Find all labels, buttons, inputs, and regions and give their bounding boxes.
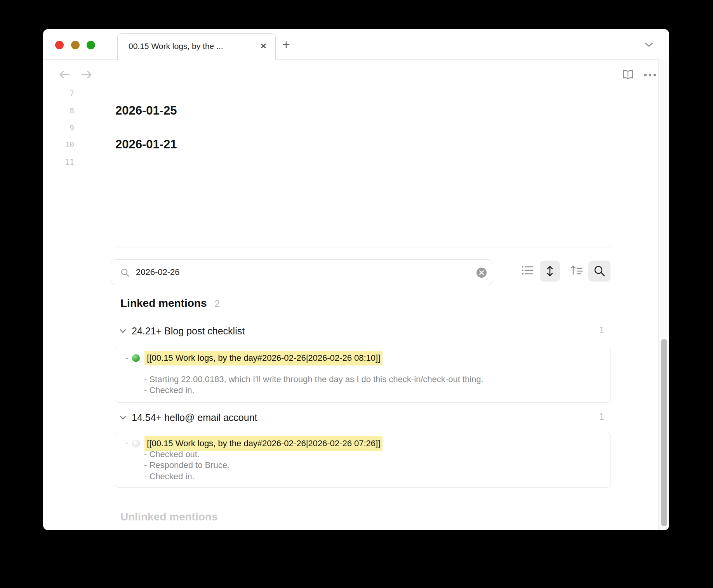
section-blog-post-checklist[interactable]: 24.21+ Blog post checklist <box>120 324 245 337</box>
result-context-line: - Checked in. <box>144 384 195 397</box>
result-context-line: - Responded to Bruce. <box>144 459 230 471</box>
scrollbar-track[interactable] <box>658 59 669 530</box>
back-arrow-icon[interactable] <box>59 70 70 79</box>
tab-title: 00.15 Work logs, by the ... <box>129 34 223 59</box>
scrollbar-thumb[interactable] <box>661 339 667 526</box>
minimize-window-button[interactable] <box>71 41 80 49</box>
white-circle-icon <box>132 440 140 447</box>
line-number: 10 <box>47 139 74 150</box>
search-result-card[interactable]: - [[00.15 Work logs, by the day#2026-02-… <box>115 346 611 403</box>
bullet-dash: - <box>125 352 128 364</box>
linked-mentions-count: 2 <box>214 298 219 309</box>
matched-link[interactable]: [[00.15 Work logs, by the day#2026-02-26… <box>144 351 383 365</box>
backlinks-search-box <box>111 259 493 285</box>
app-window: 00.15 Work logs, by the ... ✕ + 7 8 9 10… <box>43 29 669 530</box>
section-result-count: 1 <box>599 325 604 336</box>
section-hello-email-account[interactable]: 14.54+ hello@ email account <box>120 411 257 424</box>
collapse-chevron-icon[interactable] <box>120 329 126 334</box>
collapse-chevron-icon[interactable] <box>120 415 126 420</box>
result-context-line: - Starting 22.00.0183, which I'll write … <box>144 373 483 386</box>
green-circle-icon <box>132 354 140 362</box>
tab-bar: 00.15 Work logs, by the ... ✕ + <box>43 29 669 60</box>
more-options-icon[interactable] <box>643 73 657 77</box>
tab-close-icon[interactable]: ✕ <box>260 34 267 59</box>
zoom-window-button[interactable] <box>87 41 95 49</box>
clear-search-icon[interactable] <box>476 268 487 278</box>
tab-work-logs[interactable]: 00.15 Work logs, by the ... ✕ <box>117 33 276 60</box>
search-toggle-icon <box>593 265 606 277</box>
sort-ascending-icon[interactable] <box>570 263 583 277</box>
forward-arrow-icon[interactable] <box>81 70 92 79</box>
tab-list-chevron-down-icon[interactable] <box>644 42 654 48</box>
linked-mentions-title: Linked mentions <box>120 297 207 310</box>
line-number: 7 <box>47 88 74 99</box>
pane-divider <box>115 247 612 247</box>
section-result-count: 1 <box>599 412 604 422</box>
linked-mentions-header[interactable]: Linked mentions 2 <box>120 297 220 310</box>
search-result-card[interactable]: - [[00.15 Work logs, by the day#2026-02-… <box>115 432 611 488</box>
section-title: 14.54+ hello@ email account <box>132 412 257 423</box>
matched-line: - [[00.15 Work logs, by the day#2026-02-… <box>125 351 383 365</box>
line-number: 11 <box>47 157 74 167</box>
bullet-dash: - <box>125 437 128 450</box>
up-down-arrow-icon <box>544 264 556 278</box>
editor-heading-2026-01-21[interactable]: 2026-01-21 <box>115 136 177 153</box>
result-context-line: - Checked in. <box>144 470 195 483</box>
editor-heading-2026-01-25[interactable]: 2026-01-25 <box>115 103 177 119</box>
close-window-button[interactable] <box>55 41 64 49</box>
reading-mode-book-icon[interactable] <box>622 69 634 80</box>
sort-order-toggle-button[interactable] <box>540 261 560 282</box>
section-title: 24.21+ Blog post checklist <box>132 325 245 337</box>
backlinks-search-input[interactable] <box>111 260 493 285</box>
new-tab-button[interactable]: + <box>282 35 290 54</box>
show-search-filter-button[interactable] <box>588 261 610 282</box>
bulleted-list-icon[interactable] <box>521 264 534 277</box>
line-number: 9 <box>47 122 74 133</box>
line-number: 8 <box>47 105 74 116</box>
unlinked-mentions-header[interactable]: Unlinked mentions <box>120 511 217 523</box>
